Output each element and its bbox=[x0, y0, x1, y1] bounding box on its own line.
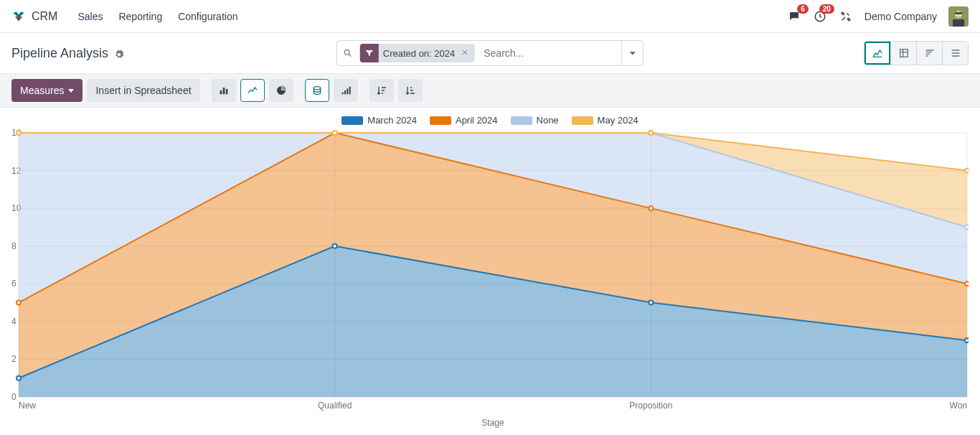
main-nav: Sales Reporting Configuration bbox=[77, 11, 237, 22]
svg-point-54 bbox=[965, 169, 969, 173]
chart-area: March 2024 April 2024 None May 2024 0246… bbox=[0, 108, 980, 432]
view-list-button[interactable] bbox=[942, 42, 968, 65]
company-selector[interactable]: Demo Company bbox=[864, 11, 937, 22]
svg-point-41 bbox=[649, 301, 653, 305]
chart-line-button[interactable] bbox=[240, 79, 265, 102]
top-navbar: CRM Sales Reporting Configuration 6 20 D… bbox=[0, 0, 980, 33]
svg-rect-10 bbox=[900, 50, 908, 57]
svg-rect-6 bbox=[953, 19, 964, 27]
view-cohort-button[interactable] bbox=[916, 42, 942, 65]
svg-rect-5 bbox=[955, 12, 962, 14]
legend-label: April 2024 bbox=[456, 115, 498, 126]
activities-button[interactable]: 20 bbox=[813, 9, 827, 24]
svg-point-50 bbox=[965, 225, 969, 229]
legend-swatch bbox=[341, 116, 363, 125]
svg-text:Stage: Stage bbox=[481, 418, 504, 428]
nav-reporting[interactable]: Reporting bbox=[118, 11, 162, 22]
legend-swatch bbox=[572, 116, 593, 125]
tools-icon[interactable] bbox=[839, 9, 853, 24]
svg-text:4: 4 bbox=[11, 317, 17, 327]
avatar[interactable] bbox=[948, 6, 969, 27]
view-pivot-button[interactable] bbox=[890, 42, 916, 65]
messages-badge: 6 bbox=[797, 4, 809, 14]
subheader: Pipeline Analysis Created on: 2024 bbox=[0, 33, 980, 73]
svg-text:New: New bbox=[19, 401, 36, 411]
filter-chip-label: Created on: 2024 bbox=[383, 48, 455, 59]
chart-cumulative-button[interactable] bbox=[334, 79, 358, 102]
svg-rect-12 bbox=[222, 88, 225, 94]
topbar-left: CRM Sales Reporting Configuration bbox=[11, 9, 237, 24]
sort-desc-button[interactable] bbox=[369, 79, 394, 102]
chart-stacked-button[interactable] bbox=[305, 79, 329, 102]
svg-text:0: 0 bbox=[11, 392, 17, 402]
svg-rect-7 bbox=[956, 14, 958, 16]
legend-item[interactable]: April 2024 bbox=[430, 115, 498, 126]
legend-item[interactable]: March 2024 bbox=[341, 115, 417, 126]
svg-point-46 bbox=[965, 281, 969, 286]
svg-point-40 bbox=[333, 244, 337, 248]
measures-label: Measures bbox=[20, 85, 64, 96]
legend-item[interactable]: May 2024 bbox=[572, 115, 639, 126]
chart-pie-button[interactable] bbox=[269, 79, 293, 102]
svg-rect-16 bbox=[344, 90, 346, 94]
svg-point-51 bbox=[17, 131, 21, 135]
insert-label: Insert in Spreadsheet bbox=[95, 85, 191, 96]
app-logo-icon bbox=[11, 9, 26, 24]
chart-svg: 02468101214NewQualifiedPropositionWonSta… bbox=[11, 128, 969, 430]
svg-text:Qualified: Qualified bbox=[318, 401, 352, 411]
svg-rect-11 bbox=[220, 90, 222, 94]
search-icon bbox=[337, 48, 359, 58]
chevron-down-icon bbox=[68, 89, 74, 93]
sort-asc-button[interactable] bbox=[398, 79, 423, 102]
svg-text:Won: Won bbox=[950, 401, 967, 411]
page-title-wrap: Pipeline Analysis bbox=[11, 46, 124, 61]
topbar-right: 6 20 Demo Company bbox=[787, 6, 969, 27]
chart-bar-button[interactable] bbox=[212, 79, 236, 102]
legend-label: None bbox=[537, 115, 559, 126]
legend-label: May 2024 bbox=[598, 115, 639, 126]
svg-text:2: 2 bbox=[11, 354, 17, 364]
svg-text:Proposition: Proposition bbox=[629, 401, 672, 411]
search-box: Created on: 2024 bbox=[336, 40, 644, 66]
messages-button[interactable]: 6 bbox=[787, 9, 801, 24]
view-graph-button[interactable] bbox=[864, 42, 890, 65]
chevron-down-icon bbox=[630, 52, 636, 55]
chart-stack-group bbox=[305, 79, 358, 102]
activities-badge: 20 bbox=[819, 4, 834, 14]
svg-point-14 bbox=[314, 87, 320, 90]
svg-rect-15 bbox=[341, 93, 343, 95]
svg-text:8: 8 bbox=[11, 241, 17, 251]
filter-chip-remove[interactable] bbox=[459, 48, 471, 59]
page-title: Pipeline Analysis bbox=[11, 46, 108, 61]
legend-item[interactable]: None bbox=[511, 115, 559, 126]
insert-spreadsheet-button[interactable]: Insert in Spreadsheet bbox=[87, 79, 199, 102]
nav-configuration[interactable]: Configuration bbox=[178, 11, 237, 22]
measures-button[interactable]: Measures bbox=[11, 79, 83, 102]
search-input[interactable] bbox=[478, 41, 621, 65]
svg-rect-13 bbox=[225, 89, 227, 94]
svg-point-52 bbox=[333, 131, 337, 135]
nav-sales[interactable]: Sales bbox=[77, 11, 103, 22]
chart-sort-group bbox=[369, 79, 423, 102]
legend-swatch bbox=[430, 116, 451, 125]
svg-rect-8 bbox=[959, 14, 961, 16]
svg-marker-1 bbox=[15, 17, 22, 22]
legend-swatch bbox=[511, 116, 532, 125]
svg-text:6: 6 bbox=[11, 279, 17, 289]
svg-point-53 bbox=[649, 131, 653, 135]
funnel-icon bbox=[360, 44, 379, 62]
app-brand[interactable]: CRM bbox=[11, 9, 57, 24]
search-dropdown-toggle[interactable] bbox=[621, 41, 643, 65]
svg-point-9 bbox=[344, 50, 349, 55]
view-switcher bbox=[864, 41, 969, 65]
filter-chip: Created on: 2024 bbox=[360, 44, 475, 62]
svg-rect-17 bbox=[347, 88, 348, 94]
legend-label: March 2024 bbox=[367, 115, 417, 126]
gear-icon[interactable] bbox=[114, 48, 124, 58]
app-name: CRM bbox=[32, 10, 57, 23]
svg-point-42 bbox=[965, 338, 969, 342]
chart-legend: March 2024 April 2024 None May 2024 bbox=[11, 115, 969, 126]
graph-toolbar: Measures Insert in Spreadsheet bbox=[0, 73, 980, 108]
svg-point-45 bbox=[649, 206, 653, 210]
chart-type-group bbox=[212, 79, 293, 102]
